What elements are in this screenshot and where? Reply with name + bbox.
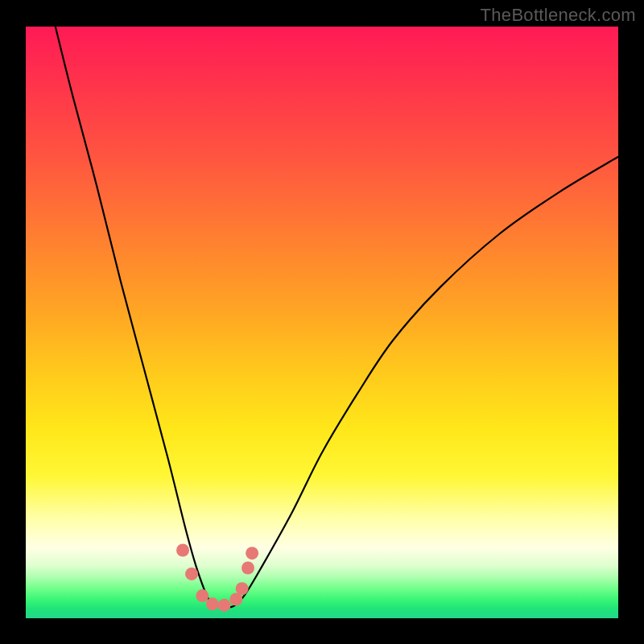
- highlight-dot: [246, 547, 258, 559]
- watermark-text: TheBottleneck.com: [481, 5, 636, 26]
- bottleneck-curve: [56, 27, 618, 608]
- highlight-dot: [236, 582, 249, 595]
- plot-area: [26, 27, 618, 618]
- highlight-dots-group: [176, 543, 258, 611]
- highlight-dot: [206, 597, 219, 610]
- highlight-dot: [185, 568, 198, 580]
- chart-frame: TheBottleneck.com: [0, 0, 644, 644]
- highlight-dot: [218, 599, 231, 612]
- curve-svg: [26, 27, 618, 618]
- highlight-dot: [242, 562, 254, 575]
- highlight-dot: [176, 543, 189, 556]
- highlight-dot: [196, 589, 208, 602]
